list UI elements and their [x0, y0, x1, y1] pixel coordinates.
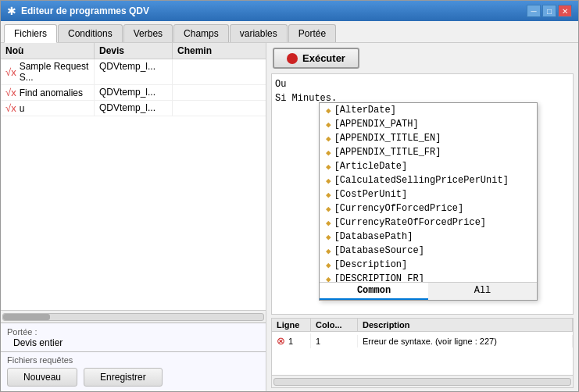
field-icon: ◆ — [326, 134, 331, 144]
cell-devis-1: QDVtemp_l... — [95, 85, 173, 100]
errors-header: Ligne Colo... Description — [272, 319, 573, 332]
horizontal-scrollbar[interactable] — [1, 310, 266, 323]
item-label: [DatabasePath] — [334, 231, 413, 242]
cell-nom-2: √x u — [1, 101, 95, 116]
content-area: Noù Devis Chemin √x Sample Request S... … — [1, 43, 578, 391]
field-icon: ◆ — [326, 176, 331, 186]
dropdown-tab-common[interactable]: Common — [320, 283, 428, 300]
close-button[interactable]: ✕ — [558, 5, 572, 17]
list-item[interactable]: ◆[DESCRIPTION_FR] — [320, 272, 537, 283]
cell-chemin-1 — [173, 85, 266, 100]
title-bar-left: ✱ Editeur de programmes QDV — [7, 5, 149, 17]
toolbar: Exécuter — [266, 43, 578, 73]
list-item[interactable]: ◆[ArticleDate] — [320, 159, 537, 173]
fichiers-requetes-title: Fichiers requêtes — [7, 355, 259, 365]
item-label: [APPENDIX_TITLE_EN] — [334, 133, 441, 144]
red-circle-icon — [287, 53, 298, 64]
error-icon: ⊗ — [277, 335, 285, 347]
item-label: [AlterDate] — [334, 105, 396, 116]
table-row[interactable]: √x u QDVtemp_l... — [1, 101, 266, 116]
tab-verbes[interactable]: Verbes — [123, 24, 173, 42]
tab-variables[interactable]: variables — [230, 24, 288, 42]
list-item[interactable]: ◆[DatabaseSource] — [320, 244, 537, 258]
errors-col-desc: Description — [358, 319, 573, 331]
restore-button[interactable]: □ — [542, 5, 556, 17]
list-item[interactable]: ◆[CurrencyRateOfForcedPrice] — [320, 216, 537, 230]
list-item[interactable]: ◆[Description] — [320, 258, 537, 272]
window-title: Editeur de programmes QDV — [21, 5, 149, 16]
table-row[interactable]: √x Find anomalies QDVtemp_l... — [1, 85, 266, 101]
errors-scroll-track — [273, 378, 571, 386]
col-header-nom: Noù — [1, 43, 95, 59]
table-body: √x Sample Request S... QDVtemp_l... √x F… — [1, 59, 266, 310]
list-item[interactable]: ◆[CurrencyOfForcedPrice] — [320, 201, 537, 216]
list-item[interactable]: ◆[APPENDIX_TITLE_FR] — [320, 145, 537, 159]
item-label: [APPENDIX_TITLE_FR] — [334, 147, 441, 158]
field-icon: ◆ — [326, 162, 331, 172]
execute-button[interactable]: Exécuter — [273, 48, 359, 69]
item-label: [CostPerUnit] — [334, 189, 408, 200]
execute-label: Exécuter — [302, 52, 345, 64]
tab-champs[interactable]: Champs — [173, 24, 229, 42]
list-item[interactable]: ◆[DatabasePath] — [320, 230, 537, 244]
list-item[interactable]: ◆[AlterDate] — [320, 103, 537, 117]
list-item[interactable]: ◆[APPENDIX_TITLE_EN] — [320, 131, 537, 145]
field-icon: ◆ — [326, 232, 331, 242]
list-item[interactable]: ◆[CalculatedSellingPricePerUnit] — [320, 173, 537, 187]
autocomplete-dropdown[interactable]: ◆[AlterDate] ◆[APPENDIX_PATH] ◆[APPENDIX… — [319, 102, 538, 301]
cell-nom-0: √x Sample Request S... — [1, 59, 95, 84]
menu-tabs: Fichiers Conditions Verbes Champs variab… — [1, 21, 578, 43]
right-panel: Exécuter Ou Si Minutes. ◆[AlterDate] ◆[A… — [266, 43, 578, 391]
portee-value: Devis entier — [7, 337, 259, 348]
error-cell-ligne: ⊗ 1 — [272, 333, 311, 348]
dropdown-tab-all[interactable]: All — [428, 283, 537, 300]
title-bar: ✱ Editeur de programmes QDV ─ □ ✕ — [1, 1, 578, 21]
error-ligne-value: 1 — [288, 337, 293, 346]
enregistrer-button[interactable]: Enregistrer — [84, 368, 163, 387]
error-cell-colo: 1 — [311, 335, 358, 347]
portee-section: Portée : Devis entier — [1, 323, 266, 351]
col-header-devis: Devis — [95, 43, 173, 59]
main-window: ✱ Editeur de programmes QDV ─ □ ✕ Fichie… — [0, 0, 579, 392]
scroll-track — [2, 313, 264, 321]
field-icon: ◆ — [326, 218, 331, 228]
list-item[interactable]: ◆[CostPerUnit] — [320, 187, 537, 201]
item-label: [CalculatedSellingPricePerUnit] — [334, 175, 509, 186]
cell-nom-text-0: Sample Request S... — [20, 61, 89, 83]
minimize-button[interactable]: ─ — [527, 5, 541, 17]
errors-panel: Ligne Colo... Description ⊗ 1 1 Erreur d… — [271, 318, 574, 388]
list-item[interactable]: ◆[APPENDIX_PATH] — [320, 117, 537, 131]
tab-portee[interactable]: Portée — [288, 24, 336, 42]
cell-devis-2: QDVtemp_l... — [95, 101, 173, 116]
table-row[interactable]: √x Sample Request S... QDVtemp_l... — [1, 59, 266, 85]
sqrt-icon-1: √x — [5, 87, 16, 98]
item-label: [CurrencyOfForcedPrice] — [334, 203, 464, 214]
field-icon: ◆ — [326, 119, 331, 130]
cell-chemin-2 — [173, 101, 266, 116]
item-label: [ArticleDate] — [334, 161, 408, 172]
cell-nom-text-2: u — [20, 103, 25, 114]
cell-chemin-0 — [173, 59, 266, 84]
cell-nom-1: √x Find anomalies — [1, 85, 95, 100]
field-icon: ◆ — [326, 260, 331, 270]
dropdown-tabs: Common All — [320, 283, 537, 300]
error-cell-desc: Erreur de syntaxe. (voir ligne : 227) — [358, 335, 573, 347]
cell-nom-text-1: Find anomalies — [20, 87, 83, 98]
item-label: [CurrencyRateOfForcedPrice] — [334, 217, 486, 228]
editor-area[interactable]: Ou Si Minutes. ◆[AlterDate] ◆[APPENDIX_P… — [271, 73, 574, 315]
dropdown-list[interactable]: ◆[AlterDate] ◆[APPENDIX_PATH] ◆[APPENDIX… — [320, 103, 537, 283]
field-icon: ◆ — [326, 274, 331, 283]
col-header-chemin: Chemin — [173, 43, 266, 59]
left-panel: Noù Devis Chemin √x Sample Request S... … — [1, 43, 266, 391]
nouveau-button[interactable]: Nouveau — [7, 368, 77, 387]
errors-body: ⊗ 1 1 Erreur de syntaxe. (voir ligne : 2… — [272, 332, 573, 350]
tab-fichiers[interactable]: Fichiers — [4, 24, 57, 43]
item-label: [APPENDIX_PATH] — [334, 119, 419, 130]
errors-col-ligne: Ligne — [272, 319, 311, 331]
sqrt-icon-0: √x — [5, 66, 16, 78]
errors-horizontal-scrollbar[interactable] — [272, 375, 573, 387]
item-label: [DatabaseSource] — [334, 245, 424, 256]
scroll-thumb — [3, 314, 50, 320]
item-label: [Description] — [334, 259, 408, 270]
tab-conditions[interactable]: Conditions — [58, 24, 123, 42]
